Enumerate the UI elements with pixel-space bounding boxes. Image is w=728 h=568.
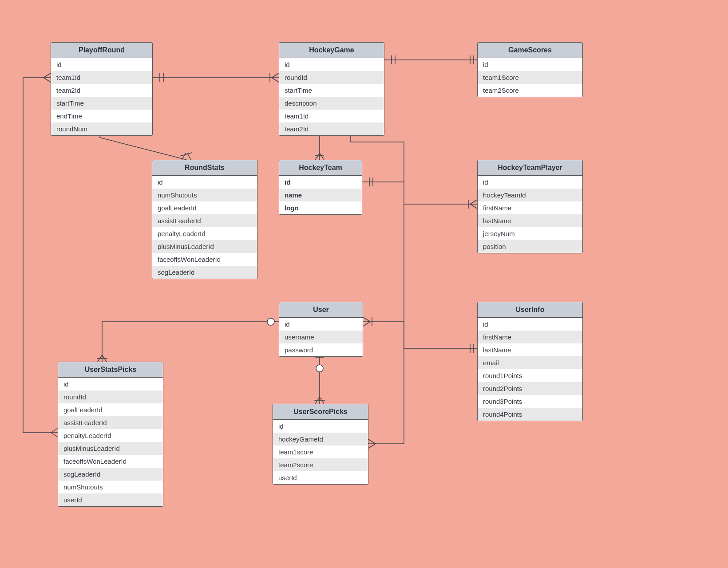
field: team1Id xyxy=(279,110,384,122)
field: penaltyLeaderId xyxy=(58,429,163,442)
entity-title: HockeyTeamPlayer xyxy=(478,160,582,176)
field: firstName xyxy=(478,201,582,214)
field: goalLeaderId xyxy=(58,403,163,416)
field: lastName xyxy=(478,343,582,356)
field: round1Points xyxy=(478,369,582,382)
field: id xyxy=(279,318,363,331)
field: id xyxy=(58,378,163,390)
svg-line-42 xyxy=(315,397,320,404)
field: jerseyNum xyxy=(478,227,582,240)
svg-line-36 xyxy=(98,355,102,362)
field: team1Score xyxy=(478,71,582,84)
field: endTime xyxy=(51,110,152,122)
entity-title: HockeyGame xyxy=(279,43,384,58)
field: hockeyGameId xyxy=(273,433,368,446)
field: team2Id xyxy=(279,122,384,135)
svg-line-21 xyxy=(320,153,324,160)
field: logo xyxy=(279,201,362,214)
field: round2Points xyxy=(478,382,582,395)
field: position xyxy=(478,240,582,253)
entity-userinfo: UserInfo id firstName lastName email rou… xyxy=(477,302,583,421)
svg-line-13 xyxy=(182,153,186,160)
field: goalLeaderId xyxy=(152,201,257,214)
field: description xyxy=(279,97,384,110)
field: sogLeaderId xyxy=(58,468,163,481)
entity-title: UserStatsPicks xyxy=(58,362,163,378)
field: sogLeaderId xyxy=(152,266,257,279)
field: round3Points xyxy=(478,395,582,408)
field: assistLeaderId xyxy=(58,416,163,429)
svg-point-40 xyxy=(316,365,323,372)
entity-title: RoundStats xyxy=(152,160,257,176)
svg-line-4 xyxy=(272,78,279,82)
field: faceoffsWonLeaderId xyxy=(58,455,163,468)
entity-title: UserScorePicks xyxy=(273,404,368,420)
svg-line-31 xyxy=(44,78,51,82)
field: hockeyTeamId xyxy=(478,189,582,201)
field: round4Points xyxy=(478,408,582,421)
entity-title: GameScores xyxy=(478,43,582,58)
svg-line-20 xyxy=(315,153,320,160)
field: firstName xyxy=(478,331,582,343)
field: penaltyLeaderId xyxy=(152,227,257,240)
entity-title: PlayoffRound xyxy=(51,43,152,58)
field: id xyxy=(478,176,582,189)
field: roundNum xyxy=(51,122,152,135)
field: id xyxy=(279,58,384,71)
field: faceoffsWonLeaderId xyxy=(152,253,257,266)
field: roundId xyxy=(279,71,384,84)
entity-gamescores: GameScores id team1Score team2Score xyxy=(477,42,583,97)
field: assistLeaderId xyxy=(152,214,257,227)
svg-line-14 xyxy=(187,153,191,160)
svg-line-34 xyxy=(51,433,58,437)
entity-roundstats: RoundStats id numShutouts goalLeaderId a… xyxy=(152,160,257,279)
field: id xyxy=(478,58,582,71)
field: password xyxy=(279,343,363,356)
svg-line-33 xyxy=(51,428,58,433)
field: team2score xyxy=(273,458,368,471)
svg-line-45 xyxy=(363,317,370,322)
field: username xyxy=(279,331,363,343)
svg-line-26 xyxy=(470,204,477,209)
field: id xyxy=(273,420,368,433)
field: numShutouts xyxy=(152,189,257,201)
field: lastName xyxy=(478,214,582,227)
svg-line-3 xyxy=(272,73,279,78)
field: team1Id xyxy=(51,71,152,84)
svg-line-30 xyxy=(44,73,51,78)
svg-line-43 xyxy=(320,397,324,404)
field: userId xyxy=(273,471,368,484)
svg-line-51 xyxy=(368,444,376,448)
entity-playoffround: PlayoffRound id team1Id team2Id startTim… xyxy=(51,42,153,136)
field: team2Id xyxy=(51,84,152,97)
field: email xyxy=(478,356,582,369)
field: id xyxy=(478,318,582,331)
entity-hockeyteamplayer: HockeyTeamPlayer id hockeyTeamId firstNa… xyxy=(477,160,583,253)
field: team1score xyxy=(273,446,368,458)
svg-line-46 xyxy=(363,322,370,326)
entity-title: User xyxy=(279,302,363,318)
field: roundId xyxy=(58,390,163,403)
field: plusMinusLeaderId xyxy=(152,240,257,253)
field: id xyxy=(152,176,257,189)
svg-point-35 xyxy=(267,318,274,325)
entity-hockeygame: HockeyGame id roundId startTime descript… xyxy=(279,42,384,136)
entity-user: User id username password xyxy=(279,302,363,357)
svg-line-25 xyxy=(470,200,477,204)
field: startTime xyxy=(279,84,384,97)
field: name xyxy=(279,189,362,201)
entity-hockeyteam: HockeyTeam id name logo xyxy=(279,160,362,215)
field: id xyxy=(279,176,362,189)
entity-userstatspicks: UserStatsPicks id roundId goalLeaderId a… xyxy=(58,362,163,507)
entity-userscorepicks: UserScorePicks id hockeyGameId team1scor… xyxy=(273,404,368,485)
field: id xyxy=(51,58,152,71)
field: numShutouts xyxy=(58,481,163,493)
field: team2Score xyxy=(478,84,582,97)
svg-line-50 xyxy=(368,439,376,444)
svg-line-37 xyxy=(102,355,107,362)
field: startTime xyxy=(51,97,152,110)
entity-title: HockeyTeam xyxy=(279,160,362,176)
entity-title: UserInfo xyxy=(478,302,582,318)
field: plusMinusLeaderId xyxy=(58,442,163,455)
field: userId xyxy=(58,493,163,506)
